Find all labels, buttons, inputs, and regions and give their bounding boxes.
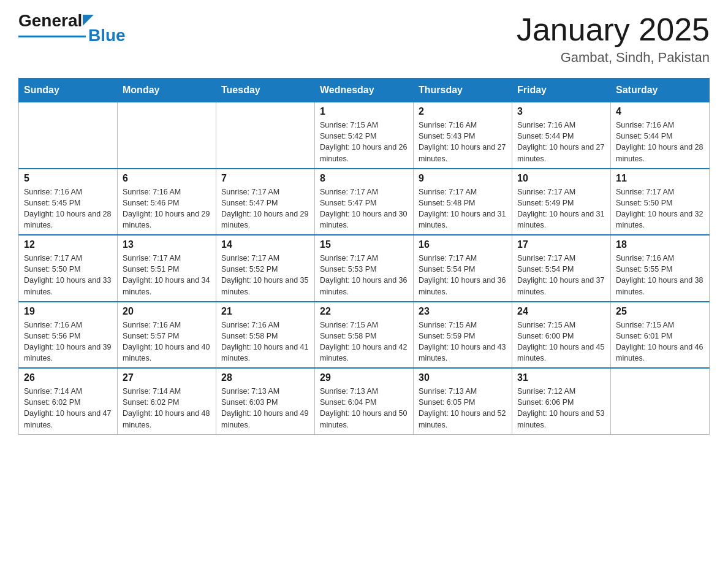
day-info: Sunrise: 7:15 AM Sunset: 6:00 PM Dayligh… xyxy=(517,320,605,364)
day-info: Sunrise: 7:14 AM Sunset: 6:02 PM Dayligh… xyxy=(123,386,211,431)
calendar-cell: 6Sunrise: 7:16 AM Sunset: 5:46 PM Daylig… xyxy=(118,169,216,236)
calendar-cell: 18Sunrise: 7:16 AM Sunset: 5:55 PM Dayli… xyxy=(611,235,710,302)
day-number: 10 xyxy=(517,173,605,184)
calendar-cell xyxy=(611,368,710,434)
day-info: Sunrise: 7:17 AM Sunset: 5:53 PM Dayligh… xyxy=(320,253,408,297)
calendar-body: 1Sunrise: 7:15 AM Sunset: 5:42 PM Daylig… xyxy=(19,102,710,435)
day-number: 24 xyxy=(517,306,605,317)
day-info: Sunrise: 7:17 AM Sunset: 5:52 PM Dayligh… xyxy=(221,253,309,297)
day-info: Sunrise: 7:13 AM Sunset: 6:03 PM Dayligh… xyxy=(221,386,309,431)
calendar-cell: 17Sunrise: 7:17 AM Sunset: 5:54 PM Dayli… xyxy=(512,235,611,302)
calendar-week-row: 26Sunrise: 7:14 AM Sunset: 6:02 PM Dayli… xyxy=(19,368,710,434)
month-title: January 2025 xyxy=(517,12,710,47)
day-info: Sunrise: 7:16 AM Sunset: 5:58 PM Dayligh… xyxy=(221,320,309,364)
day-number: 2 xyxy=(419,106,507,117)
weekday-header-wednesday: Wednesday xyxy=(315,79,414,102)
day-info: Sunrise: 7:12 AM Sunset: 6:06 PM Dayligh… xyxy=(517,386,605,431)
calendar-cell: 3Sunrise: 7:16 AM Sunset: 5:44 PM Daylig… xyxy=(512,102,611,169)
title-section: January 2025 Gambat, Sindh, Pakistan xyxy=(517,12,710,66)
svg-marker-0 xyxy=(83,15,94,26)
day-info: Sunrise: 7:17 AM Sunset: 5:54 PM Dayligh… xyxy=(517,253,605,297)
weekday-header-sunday: Sunday xyxy=(19,79,118,102)
calendar-cell: 12Sunrise: 7:17 AM Sunset: 5:50 PM Dayli… xyxy=(19,235,118,302)
day-info: Sunrise: 7:17 AM Sunset: 5:54 PM Dayligh… xyxy=(419,253,507,297)
calendar-cell: 10Sunrise: 7:17 AM Sunset: 5:49 PM Dayli… xyxy=(512,169,611,236)
logo-line xyxy=(18,36,86,37)
day-info: Sunrise: 7:15 AM Sunset: 6:01 PM Dayligh… xyxy=(616,320,704,364)
calendar-cell: 29Sunrise: 7:13 AM Sunset: 6:04 PM Dayli… xyxy=(315,368,414,434)
calendar-cell: 15Sunrise: 7:17 AM Sunset: 5:53 PM Dayli… xyxy=(315,235,414,302)
calendar-week-row: 12Sunrise: 7:17 AM Sunset: 5:50 PM Dayli… xyxy=(19,235,710,302)
day-number: 18 xyxy=(616,239,704,250)
day-info: Sunrise: 7:16 AM Sunset: 5:57 PM Dayligh… xyxy=(123,320,211,364)
calendar-cell: 27Sunrise: 7:14 AM Sunset: 6:02 PM Dayli… xyxy=(118,368,216,434)
calendar-cell: 30Sunrise: 7:13 AM Sunset: 6:05 PM Dayli… xyxy=(414,368,512,434)
day-info: Sunrise: 7:17 AM Sunset: 5:47 PM Dayligh… xyxy=(221,186,309,231)
day-number: 16 xyxy=(419,239,507,250)
day-number: 26 xyxy=(24,372,112,383)
day-info: Sunrise: 7:17 AM Sunset: 5:50 PM Dayligh… xyxy=(616,186,704,231)
weekday-header-thursday: Thursday xyxy=(414,79,512,102)
day-info: Sunrise: 7:16 AM Sunset: 5:44 PM Dayligh… xyxy=(517,120,605,164)
day-info: Sunrise: 7:16 AM Sunset: 5:44 PM Dayligh… xyxy=(616,120,704,164)
calendar-cell: 13Sunrise: 7:17 AM Sunset: 5:51 PM Dayli… xyxy=(118,235,216,302)
day-info: Sunrise: 7:16 AM Sunset: 5:43 PM Dayligh… xyxy=(419,120,507,164)
calendar-week-row: 5Sunrise: 7:16 AM Sunset: 5:45 PM Daylig… xyxy=(19,169,710,236)
day-number: 14 xyxy=(221,239,309,250)
calendar-cell xyxy=(216,102,315,169)
calendar-cell xyxy=(19,102,118,169)
day-number: 4 xyxy=(616,106,704,117)
day-number: 20 xyxy=(123,306,211,317)
day-number: 28 xyxy=(221,372,309,383)
calendar-week-row: 1Sunrise: 7:15 AM Sunset: 5:42 PM Daylig… xyxy=(19,102,710,169)
day-number: 22 xyxy=(320,306,408,317)
calendar-cell: 24Sunrise: 7:15 AM Sunset: 6:00 PM Dayli… xyxy=(512,302,611,369)
day-info: Sunrise: 7:15 AM Sunset: 5:42 PM Dayligh… xyxy=(320,120,408,164)
day-number: 6 xyxy=(123,173,211,184)
calendar-header: SundayMondayTuesdayWednesdayThursdayFrid… xyxy=(19,79,710,102)
calendar-cell: 7Sunrise: 7:17 AM Sunset: 5:47 PM Daylig… xyxy=(216,169,315,236)
day-info: Sunrise: 7:16 AM Sunset: 5:46 PM Dayligh… xyxy=(123,186,211,231)
calendar-cell xyxy=(118,102,216,169)
day-number: 1 xyxy=(320,106,408,117)
day-info: Sunrise: 7:14 AM Sunset: 6:02 PM Dayligh… xyxy=(24,386,112,431)
calendar-cell: 2Sunrise: 7:16 AM Sunset: 5:43 PM Daylig… xyxy=(414,102,512,169)
calendar-week-row: 19Sunrise: 7:16 AM Sunset: 5:56 PM Dayli… xyxy=(19,302,710,369)
calendar-cell: 14Sunrise: 7:17 AM Sunset: 5:52 PM Dayli… xyxy=(216,235,315,302)
day-number: 11 xyxy=(616,173,704,184)
calendar-cell: 22Sunrise: 7:15 AM Sunset: 5:58 PM Dayli… xyxy=(315,302,414,369)
logo-triangle-icon xyxy=(83,15,94,26)
calendar-cell: 4Sunrise: 7:16 AM Sunset: 5:44 PM Daylig… xyxy=(611,102,710,169)
calendar-cell: 28Sunrise: 7:13 AM Sunset: 6:03 PM Dayli… xyxy=(216,368,315,434)
day-number: 3 xyxy=(517,106,605,117)
location-text: Gambat, Sindh, Pakistan xyxy=(517,50,710,66)
day-number: 9 xyxy=(419,173,507,184)
day-number: 23 xyxy=(419,306,507,317)
day-number: 31 xyxy=(517,372,605,383)
calendar-cell: 1Sunrise: 7:15 AM Sunset: 5:42 PM Daylig… xyxy=(315,102,414,169)
weekday-header-tuesday: Tuesday xyxy=(216,79,315,102)
day-number: 15 xyxy=(320,239,408,250)
day-number: 29 xyxy=(320,372,408,383)
day-info: Sunrise: 7:15 AM Sunset: 5:58 PM Dayligh… xyxy=(320,320,408,364)
calendar-table: SundayMondayTuesdayWednesdayThursdayFrid… xyxy=(18,78,710,435)
day-number: 7 xyxy=(221,173,309,184)
calendar-cell: 11Sunrise: 7:17 AM Sunset: 5:50 PM Dayli… xyxy=(611,169,710,236)
day-number: 30 xyxy=(419,372,507,383)
calendar-cell: 21Sunrise: 7:16 AM Sunset: 5:58 PM Dayli… xyxy=(216,302,315,369)
day-number: 13 xyxy=(123,239,211,250)
weekday-header-friday: Friday xyxy=(512,79,611,102)
page-header: General Blue January 2025 Gambat, Sindh,… xyxy=(18,12,710,66)
day-number: 17 xyxy=(517,239,605,250)
logo: General Blue xyxy=(18,12,126,44)
day-number: 25 xyxy=(616,306,704,317)
day-info: Sunrise: 7:17 AM Sunset: 5:50 PM Dayligh… xyxy=(24,253,112,297)
day-info: Sunrise: 7:15 AM Sunset: 5:59 PM Dayligh… xyxy=(419,320,507,364)
day-info: Sunrise: 7:16 AM Sunset: 5:55 PM Dayligh… xyxy=(616,253,704,297)
calendar-cell: 25Sunrise: 7:15 AM Sunset: 6:01 PM Dayli… xyxy=(611,302,710,369)
day-info: Sunrise: 7:13 AM Sunset: 6:05 PM Dayligh… xyxy=(419,386,507,431)
day-number: 19 xyxy=(24,306,112,317)
calendar-cell: 8Sunrise: 7:17 AM Sunset: 5:47 PM Daylig… xyxy=(315,169,414,236)
day-number: 21 xyxy=(221,306,309,317)
weekday-row: SundayMondayTuesdayWednesdayThursdayFrid… xyxy=(19,79,710,102)
